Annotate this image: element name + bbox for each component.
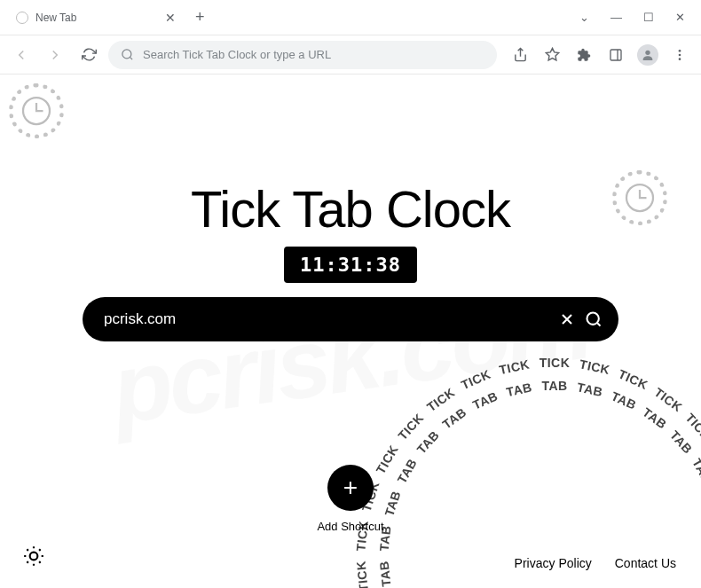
ring-word: TAB [440,404,469,431]
page-content: pcrisk.com TICKTICKTICKTICKTICKTICKTICKT… [0,74,701,588]
ring-word: TAB [640,404,669,431]
ring-word: TICK [617,366,650,392]
titlebar: New Tab ✕ + ⌄ — ☐ ✕ [0,0,701,35]
profile-avatar[interactable] [634,41,662,69]
privacy-link[interactable]: Privacy Policy [515,556,592,570]
ring-word: TAB [470,388,500,412]
ring-word: TICK [540,356,571,370]
svg-point-4 [679,50,681,52]
bookmark-icon[interactable] [538,41,566,69]
ring-word: TICK [651,385,684,414]
ring-word: TAB [576,380,604,399]
clock-decoration-icon [9,83,64,138]
search-input[interactable]: pcrisk.com [104,310,549,328]
ring-word: TAB [667,427,695,456]
caret-down-icon[interactable]: ⌄ [579,11,589,24]
clock-display: 11:31:38 [284,247,417,283]
back-button[interactable] [7,41,35,69]
new-tab-button[interactable]: + [195,8,205,27]
omnibox[interactable]: Search Tick Tab Clock or type a URL [108,41,497,69]
svg-point-5 [679,53,681,56]
svg-point-0 [122,50,131,59]
forward-button[interactable] [41,41,69,69]
svg-point-9 [587,313,599,325]
side-panel-icon[interactable] [602,41,630,69]
ring-word: TICK [498,357,531,377]
maximize-icon[interactable]: ☐ [643,11,654,24]
tabs-area: New Tab ✕ + [0,0,563,35]
close-tab-icon[interactable]: ✕ [165,11,176,25]
svg-point-6 [679,58,681,60]
page-title: Tick Tab Clock [191,179,510,239]
ring-word: TICK [579,357,611,377]
theme-toggle-button[interactable] [18,540,50,572]
search-submit-icon[interactable] [585,310,603,328]
close-window-icon[interactable]: ✕ [675,11,685,24]
tab-title: New Tab [35,12,158,24]
menu-icon[interactable] [666,41,694,69]
svg-rect-1 [610,50,621,60]
omnibox-placeholder: Search Tick Tab Clock or type a URL [143,48,331,61]
ring-word: TAB [394,456,419,485]
avatar-icon [637,44,658,66]
ring-word: TAB [505,380,533,399]
svg-point-3 [645,50,650,54]
ring-word: TAB [541,379,567,393]
ring-word: TICK [374,443,401,476]
share-icon[interactable] [506,41,534,69]
window-controls: ⌄ — ☐ ✕ [563,11,701,24]
ring-word: TICK [353,560,371,588]
ring-word: TAB [377,560,394,587]
ring-word: TAB [609,388,638,412]
tab-favicon-icon [16,12,28,24]
toolbar: Search Tick Tab Clock or type a URL [0,35,701,74]
ring-word: TAB [689,456,701,485]
reload-button[interactable] [75,41,103,69]
ring-word: TAB [382,489,403,518]
extensions-icon[interactable] [570,41,598,69]
add-shortcut-label: Add Shortcut [317,520,383,533]
footer-links: Privacy Policy Contact Us [515,556,676,570]
contact-link[interactable]: Contact Us [615,556,676,570]
ring-word: TICK [459,366,492,392]
add-shortcut-button[interactable]: + [327,465,374,511]
search-bar[interactable]: pcrisk.com [83,297,618,341]
clock-decoration-icon [612,170,667,225]
svg-point-10 [30,553,38,561]
clear-search-icon[interactable] [558,310,576,328]
toolbar-actions [502,41,694,69]
search-icon [121,48,134,61]
ring-word: TAB [414,427,442,456]
minimize-icon[interactable]: — [610,11,622,24]
browser-tab[interactable]: New Tab ✕ [7,3,185,33]
